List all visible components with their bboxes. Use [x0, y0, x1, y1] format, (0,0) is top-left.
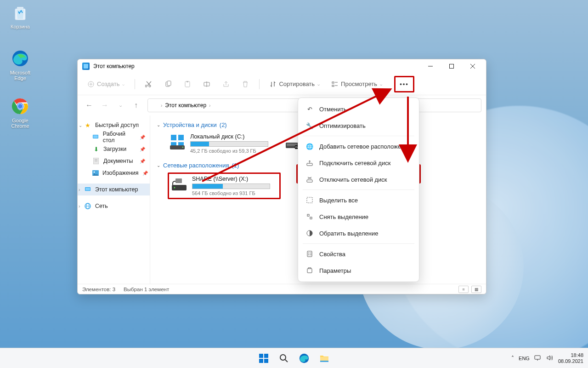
this-pc-icon	[82, 63, 90, 70]
menu-item-select-none[interactable]: Снять выделение	[298, 208, 419, 225]
cut-button[interactable]	[141, 77, 157, 92]
menu-item-undo[interactable]: ↶Отменить	[298, 101, 419, 117]
explorer-window: Этот компьютер Создать ⌵ Сортировать ⌵ П…	[77, 59, 486, 294]
group-count: (2)	[220, 121, 227, 128]
svg-rect-15	[167, 81, 171, 86]
network-icon	[84, 202, 91, 210]
pin-icon: 📌	[142, 171, 148, 176]
view-tiles-button[interactable]: ▦	[471, 286, 481, 293]
menu-item-add-network-location[interactable]: 🌐Добавить сетевое расположение	[298, 138, 419, 155]
maximize-button[interactable]	[441, 59, 462, 73]
sidebar: ⌄ ★ Быстрый доступ Рабочий стол 📌 ⬇ Загр…	[78, 115, 150, 284]
status-selected: Выбран 1 элемент	[124, 287, 169, 292]
titlebar[interactable]: Этот компьютер	[78, 59, 486, 73]
forward-button[interactable]: →	[98, 98, 112, 112]
menu-item-map-network-drive[interactable]: Подключить сетевой диск	[298, 155, 419, 171]
sidebar-item-documents[interactable]: Документы 📌	[78, 155, 150, 167]
menu-item-label: Добавить сетевое расположение	[319, 143, 411, 150]
chevron-down-icon: ⌄	[157, 163, 160, 168]
sidebar-item-downloads[interactable]: ⬇ Загрузки 📌	[78, 143, 150, 155]
desktop-icon-chrome[interactable]: Google Chrome	[4, 97, 37, 129]
chevron-right-icon: ›	[79, 204, 80, 209]
menu-item-disconnect-network-drive[interactable]: Отключить сетевой диск	[298, 171, 419, 188]
new-button[interactable]: Создать ⌵	[83, 77, 129, 92]
minimize-button[interactable]	[420, 59, 441, 73]
svg-point-69	[280, 355, 286, 360]
sort-button[interactable]: Сортировать ⌵	[265, 77, 324, 92]
sort-icon	[270, 81, 276, 87]
breadcrumb[interactable]: Этот компьютер	[165, 102, 206, 109]
view-icon	[332, 81, 338, 87]
drive-network-share[interactable]: SHARE (\\Server) (X:) 564 ГБ свободно из…	[168, 172, 281, 199]
status-bar: Элементов: 3 Выбран 1 элемент ≡ ▦	[78, 284, 486, 294]
copy-icon	[164, 80, 172, 88]
more-button[interactable]: •••	[394, 76, 414, 92]
divider	[259, 79, 260, 89]
sidebar-item-pictures[interactable]: Изображения 📌	[78, 167, 150, 179]
up-button[interactable]: ↑	[129, 98, 143, 112]
windows-icon	[259, 353, 269, 363]
rename-button[interactable]	[198, 77, 215, 92]
svg-rect-17	[187, 81, 188, 82]
sidebar-item-this-pc[interactable]: › Этот компьютер	[78, 184, 150, 196]
menu-item-invert-selection[interactable]: Обратить выделение	[298, 225, 419, 242]
start-button[interactable]	[254, 349, 273, 368]
menu-item-options[interactable]: Параметры	[298, 262, 419, 279]
network-drive-icon	[171, 176, 187, 192]
taskbar-explorer[interactable]	[315, 349, 334, 368]
svg-rect-55	[310, 217, 312, 219]
pin-icon: 📌	[140, 159, 145, 164]
share-button[interactable]	[218, 77, 234, 92]
sidebar-item-label: Загрузки	[103, 146, 126, 152]
language-indicator[interactable]: ENG	[519, 356, 530, 361]
svg-rect-36	[171, 135, 176, 140]
desktop-icon-edge[interactable]: Microsoft Edge	[4, 49, 37, 81]
properties-icon	[305, 250, 314, 258]
menu-item-optimize[interactable]: 🔧Оптимизировать	[298, 117, 419, 134]
volume-tray-icon[interactable]	[546, 355, 554, 362]
search-button[interactable]	[275, 349, 293, 368]
status-item-count: Элементов: 3	[82, 287, 115, 292]
copy-button[interactable]	[160, 77, 176, 92]
delete-button[interactable]	[237, 77, 254, 92]
sidebar-item-label: Изображения	[102, 170, 139, 176]
clock-time: 18:48	[558, 352, 583, 358]
view-button[interactable]: Просмотреть ⌵	[327, 77, 387, 92]
paste-button[interactable]	[179, 77, 196, 92]
svg-rect-21	[332, 85, 334, 86]
close-button[interactable]	[462, 59, 483, 73]
new-button-label: Создать	[97, 80, 119, 87]
sidebar-item-label: Рабочий стол	[103, 131, 136, 144]
svg-rect-53	[307, 197, 312, 203]
menu-item-select-all[interactable]: Выделить все	[298, 192, 419, 208]
svg-point-30	[94, 172, 95, 173]
taskbar-edge[interactable]	[295, 349, 313, 368]
menu-item-properties[interactable]: Свойства	[298, 246, 419, 262]
sidebar-item-quick-access[interactable]: ⌄ ★ Быстрый доступ	[78, 119, 150, 131]
drive-local-c[interactable]: Локальный диск (C:) 45,2 ГБ свободно из …	[168, 132, 274, 155]
sidebar-item-network[interactable]: › Сеть	[78, 200, 150, 212]
view-details-button[interactable]: ≡	[458, 286, 469, 293]
nav-row: ← → ⌵ ↑ › Этот компьютер ›	[78, 95, 486, 115]
back-button[interactable]: ←	[82, 98, 96, 112]
view-label: Просмотреть	[341, 80, 377, 87]
sidebar-item-desktop[interactable]: Рабочий стол 📌	[78, 131, 150, 143]
chevron-down-icon: ⌵	[122, 82, 124, 86]
chevron-down-icon: ⌄	[157, 122, 160, 127]
svg-rect-67	[259, 359, 263, 363]
wrench-icon: 🔧	[305, 121, 314, 130]
invert-icon	[305, 229, 314, 237]
tray-chevron-up-icon[interactable]: ˄	[511, 355, 514, 362]
search-icon	[279, 354, 288, 363]
chevron-down-icon: ⌄	[79, 123, 82, 128]
desktop-icon	[92, 133, 99, 141]
clock-date: 08.09.2021	[558, 358, 583, 364]
recent-button[interactable]: ⌵	[113, 98, 127, 112]
clock[interactable]: 18:48 08.09.2021	[558, 352, 583, 363]
chevron-right-icon: ›	[209, 103, 210, 108]
svg-rect-65	[259, 354, 263, 358]
network-tray-icon[interactable]	[534, 355, 542, 362]
desktop-icon-recycle-bin[interactable]: Корзина	[4, 3, 37, 29]
rename-icon	[203, 80, 210, 88]
menu-item-label: Отменить	[319, 106, 346, 113]
